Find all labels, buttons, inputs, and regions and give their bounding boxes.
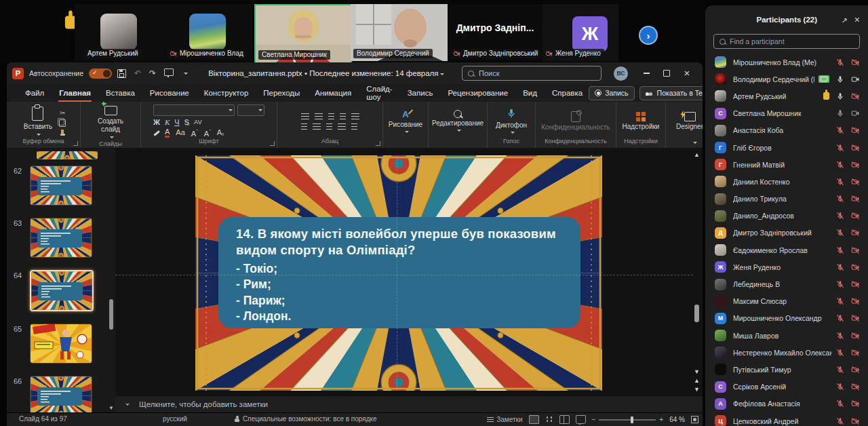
slide-thumbnail[interactable] — [30, 270, 94, 311]
columns-button[interactable] — [351, 123, 357, 130]
save-icon[interactable] — [117, 69, 126, 78]
dialog-launcher-icon[interactable] — [270, 141, 275, 146]
ribbon-tab[interactable]: Рисование — [144, 84, 195, 102]
bullets-button[interactable] — [301, 113, 309, 119]
restore-button[interactable] — [656, 64, 677, 82]
participant-row[interactable]: C Сєріков Арсеній — [705, 379, 868, 395]
scroll-down-icon[interactable]: ▼ — [108, 405, 114, 411]
zoom-thumb[interactable] — [631, 417, 633, 423]
expand-gallery-button[interactable]: › — [639, 26, 658, 45]
participant-row[interactable]: М Мирошниченко Олександр — [705, 310, 868, 327]
undo-icon[interactable]: ↶ — [134, 69, 141, 78]
fit-to-window-icon[interactable] — [691, 416, 698, 423]
font-format-button[interactable]: А — [165, 128, 170, 138]
minimize-button[interactable] — [636, 64, 656, 82]
align-left-button[interactable] — [301, 123, 307, 130]
participant-row[interactable]: Лебединець В — [705, 275, 868, 292]
ribbon-tab[interactable]: Файл — [19, 84, 50, 102]
close-icon[interactable] — [854, 14, 860, 26]
close-button[interactable] — [677, 64, 697, 82]
dialog-launcher-icon[interactable] — [73, 141, 78, 146]
participant-row[interactable]: Данило Трикула — [705, 191, 868, 208]
ribbon-tab[interactable]: Анимация — [309, 84, 357, 102]
font-effect-button[interactable]: S — [184, 118, 189, 126]
font-format-button[interactable]: А — [204, 128, 211, 138]
format-painter-button[interactable] — [61, 130, 64, 134]
horizontal-guide[interactable] — [115, 275, 693, 275]
slideshow-view-button[interactable] — [576, 415, 586, 424]
increase-indent-button[interactable] — [340, 113, 346, 119]
video-tile-artem[interactable]: Артем Рудський — [75, 4, 163, 61]
zoom-out-icon[interactable]: − — [592, 416, 596, 423]
scroll-up-icon[interactable]: ▲ — [693, 151, 701, 158]
zoom-in-icon[interactable]: + — [659, 416, 663, 423]
line-spacing-button[interactable] — [351, 113, 359, 119]
zoom-track[interactable] — [599, 419, 656, 421]
font-effect-button[interactable]: К — [165, 118, 170, 126]
align-center-button[interactable] — [313, 123, 321, 130]
paste-button[interactable]: Вставить — [21, 105, 55, 138]
slide-editing-canvas[interactable]: 14. В якому місті волейбол уперше був по… — [115, 149, 703, 395]
copy-button[interactable] — [59, 119, 66, 127]
collapse-ribbon-caret[interactable] — [693, 142, 697, 146]
ribbon-tab[interactable]: Вид — [517, 84, 543, 102]
addins-button[interactable]: Надстройки — [620, 112, 663, 130]
slide-thumbnail[interactable] — [30, 218, 92, 258]
video-tile-dmytro[interactable]: Дмитро Задніп... Дмитро Задніпровський — [448, 4, 542, 61]
slide-thumbnail[interactable] — [30, 324, 92, 364]
participant-row[interactable]: Максим Слюсар — [705, 293, 868, 310]
video-tile-volodymyr[interactable]: Володимир Сердечний — [351, 4, 448, 61]
video-tile-vlad[interactable]: Мірошниченко Влад — [163, 4, 252, 61]
participant-row[interactable]: Даниил Костенко — [705, 173, 868, 190]
font-size-select[interactable] — [237, 104, 264, 116]
participant-row[interactable]: Володимир Сердечний (Host) — [705, 71, 868, 88]
scrollbar-thumb[interactable] — [109, 299, 113, 330]
accessibility-status[interactable]: Специальные возможности: все в порядке — [234, 415, 377, 423]
start-slideshow-icon[interactable] — [164, 69, 174, 76]
video-tile-svetlana[interactable]: Светлана Мирошник — [254, 4, 352, 64]
previous-slide-partial[interactable] — [37, 151, 98, 159]
drawing-button[interactable]: A Рисование — [386, 109, 425, 134]
ribbon-tab[interactable]: Справка — [546, 84, 589, 102]
notes-bar[interactable]: Щелкните, чтобы добавить заметки — [115, 395, 703, 412]
ribbon-tab[interactable]: Конструктор — [198, 84, 255, 102]
question-text-box[interactable]: 14. В якому місті волейбол уперше був по… — [218, 217, 580, 328]
participant-row[interactable]: Путівський Тимур — [705, 361, 868, 378]
ribbon-tab[interactable]: Слайд-шоу — [360, 84, 398, 102]
font-name-select[interactable] — [153, 104, 235, 116]
document-title[interactable]: Вікторина_запитання.pptx • Последнее изм… — [208, 69, 444, 77]
participant-row[interactable]: Анастасія Коба — [705, 122, 868, 139]
account-avatar[interactable]: ВС — [614, 66, 628, 81]
participant-row[interactable]: Г Гліб Єгоров — [705, 139, 868, 156]
new-slide-button[interactable]: Создать слайд — [85, 104, 136, 140]
participant-row[interactable]: C Светлана Мирошник — [705, 105, 868, 122]
font-effect-button[interactable]: Ч — [174, 118, 179, 126]
numbering-button[interactable] — [315, 113, 323, 119]
ribbon-tab[interactable]: Переходы — [257, 84, 306, 102]
ribbon-tab[interactable]: Рецензирование — [441, 84, 514, 102]
notes-toggle[interactable]: Заметки — [487, 416, 522, 423]
popout-icon[interactable] — [842, 14, 848, 26]
normal-view-button[interactable] — [529, 415, 539, 424]
font-format-button[interactable]: A — [217, 128, 224, 138]
participant-row[interactable]: Мірошниченко Влад (Me) — [705, 54, 868, 71]
record-button[interactable]: Запись — [589, 86, 634, 100]
participant-row[interactable]: Артем Рудський — [705, 88, 868, 104]
ink-color-icon[interactable] — [153, 130, 159, 136]
participant-row[interactable]: Миша Лавров — [705, 327, 868, 344]
video-tile-zhenya[interactable]: Ж Женя Руденко — [542, 4, 618, 61]
ribbon-tab[interactable]: Запись — [401, 84, 439, 102]
dialog-launcher-icon[interactable] — [376, 141, 380, 146]
scroll-down-icon[interactable]: ▼ — [693, 368, 701, 375]
cut-button[interactable]: ✂ — [60, 109, 65, 117]
participant-row[interactable]: Ж Женя Руденко — [705, 258, 868, 275]
participant-row[interactable]: Г Гненний Матвій — [705, 156, 868, 173]
slide-counter[interactable]: Слайд 64 из 97 — [19, 415, 67, 423]
slide[interactable]: 14. В якому місті волейбол уперше був по… — [195, 155, 602, 391]
ribbon-tab[interactable]: Главная — [53, 84, 97, 102]
zoom-slider[interactable]: − + — [592, 416, 664, 423]
justify-button[interactable] — [338, 123, 346, 130]
slide-thumbnail[interactable] — [30, 376, 92, 412]
next-slide-icon[interactable]: ▼ — [693, 386, 701, 393]
dictate-button[interactable]: Диктофон — [493, 108, 530, 134]
